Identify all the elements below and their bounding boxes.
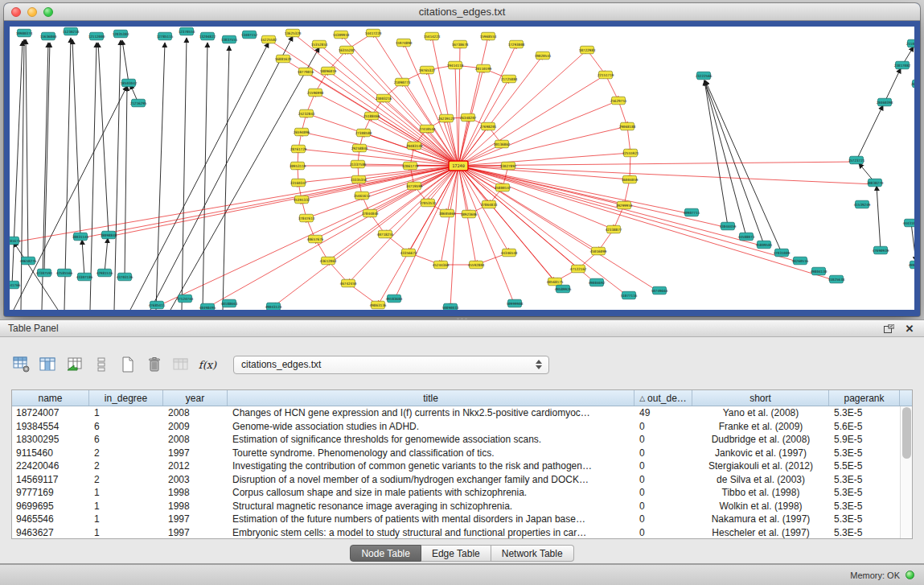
- row-height-icon[interactable]: [91, 353, 112, 376]
- cell-out-degree[interactable]: 0: [634, 513, 692, 525]
- cell-title[interactable]: Embryonic stem cells: a model to study s…: [228, 527, 634, 538]
- column-header-pagerank[interactable]: pagerank: [829, 390, 900, 406]
- cell-in-degree[interactable]: 2: [89, 447, 163, 459]
- cell-name[interactable]: 9463627: [12, 527, 89, 538]
- float-panel-icon[interactable]: [882, 323, 895, 334]
- cell-in-degree[interactable]: 2: [89, 460, 163, 472]
- cell-in-degree[interactable]: 1: [89, 501, 163, 512]
- column-header-name[interactable]: name: [12, 390, 89, 406]
- cell-pagerank[interactable]: 5.3E-5: [829, 513, 900, 525]
- cell-pagerank[interactable]: 5.3E-5: [829, 447, 900, 459]
- cell-year[interactable]: 1998: [163, 487, 228, 498]
- cell-out-degree[interactable]: 0: [634, 527, 692, 538]
- column-header-year[interactable]: year: [163, 390, 228, 406]
- close-panel-icon[interactable]: ✕: [903, 323, 916, 334]
- column-header-out-degree[interactable]: △out_de…: [634, 390, 692, 406]
- tab-node-table[interactable]: Node Table: [350, 545, 421, 562]
- cell-year[interactable]: 2008: [163, 407, 228, 418]
- cell-pagerank[interactable]: 5.3E-5: [829, 527, 900, 538]
- cell-name[interactable]: 19384554: [12, 421, 89, 432]
- cell-year[interactable]: 2003: [163, 474, 228, 485]
- cell-out-degree[interactable]: 0: [634, 474, 692, 485]
- table-row[interactable]: 977716911998Corpus callosum shape and si…: [12, 486, 900, 500]
- cell-name[interactable]: 9699695: [12, 501, 89, 512]
- cell-year[interactable]: 1997: [163, 447, 228, 459]
- table-row[interactable]: 946554611997Estimation of the future num…: [12, 513, 900, 526]
- cell-short[interactable]: Jankovic et al. (1997): [692, 447, 829, 459]
- cell-out-degree[interactable]: 49: [634, 407, 692, 418]
- scrollbar-thumb[interactable]: [902, 407, 911, 459]
- cell-year[interactable]: 2012: [163, 460, 228, 472]
- cell-title[interactable]: Estimation of significance thresholds fo…: [228, 434, 634, 445]
- cell-out-degree[interactable]: 0: [634, 501, 692, 512]
- network-canvas[interactable]: 3302789735800147378648333892360638605064…: [10, 27, 914, 310]
- cell-short[interactable]: Franke et al. (2009): [692, 421, 829, 432]
- cell-name[interactable]: 18300295: [12, 434, 89, 445]
- cell-in-degree[interactable]: 1: [89, 527, 163, 538]
- table-row[interactable]: 1456911722003Disruption of a novel membe…: [12, 473, 900, 487]
- cell-short[interactable]: Nakamura et al. (1997): [692, 513, 829, 525]
- cell-in-degree[interactable]: 6: [89, 434, 163, 445]
- table-row[interactable]: 1830029562008Estimation of significance …: [12, 433, 900, 447]
- cell-out-degree[interactable]: 0: [634, 434, 692, 445]
- cell-short[interactable]: de Silva et al. (2003): [692, 474, 829, 485]
- cell-pagerank[interactable]: 5.3E-5: [829, 487, 900, 498]
- cell-title[interactable]: Tourette syndrome. Phenomenology and cla…: [228, 447, 634, 459]
- import-table-icon[interactable]: [64, 353, 85, 376]
- table-row[interactable]: 911546021997Tourette syndrome. Phenomeno…: [12, 447, 900, 460]
- cell-year[interactable]: 1997: [163, 527, 228, 538]
- tab-edge-table[interactable]: Edge Table: [421, 545, 491, 562]
- function-builder-icon[interactable]: f(x): [197, 353, 218, 376]
- cell-pagerank[interactable]: 5.9E-5: [829, 434, 900, 445]
- cell-short[interactable]: Hescheler et al. (1997): [692, 527, 829, 538]
- cell-pagerank[interactable]: 5.3E-5: [829, 474, 900, 485]
- cell-in-degree[interactable]: 6: [89, 421, 163, 432]
- cell-title[interactable]: Disruption of a novel member of a sodium…: [228, 474, 634, 485]
- window-titlebar[interactable]: citations_edges.txt: [4, 3, 920, 21]
- cell-in-degree[interactable]: 1: [89, 513, 163, 525]
- cell-short[interactable]: Yano et al. (2008): [692, 407, 829, 418]
- table-vertical-scrollbar[interactable]: [900, 406, 912, 538]
- cell-year[interactable]: 1997: [163, 513, 228, 525]
- cell-pagerank[interactable]: 5.3E-5: [829, 407, 900, 418]
- table-row[interactable]: 946362711997Embryonic stem cells: a mode…: [12, 526, 900, 539]
- cell-short[interactable]: Tibbo et al. (1998): [692, 487, 829, 498]
- cell-short[interactable]: Dudbridge et al. (2008): [692, 434, 829, 445]
- cell-year[interactable]: 1998: [163, 501, 228, 512]
- cell-short[interactable]: Stergiakouli et al. (2012): [692, 460, 829, 472]
- new-column-icon[interactable]: [117, 353, 138, 376]
- cell-out-degree[interactable]: 0: [634, 421, 692, 432]
- table-row[interactable]: 969969511998Structural magnetic resonanc…: [12, 500, 900, 513]
- show-columns-icon[interactable]: [38, 353, 59, 376]
- cell-title[interactable]: Changes of HCN gene expression and I(f) …: [228, 407, 634, 418]
- tab-network-table[interactable]: Network Table: [491, 545, 574, 562]
- cell-title[interactable]: Corpus callosum shape and size in male p…: [228, 487, 634, 498]
- cell-in-degree[interactable]: 1: [89, 487, 163, 498]
- cell-pagerank[interactable]: 5.6E-5: [829, 421, 900, 432]
- table-row[interactable]: 1938455462009Genome-wide association stu…: [12, 420, 900, 434]
- cell-title[interactable]: Estimation of the future numbers of pati…: [228, 513, 634, 525]
- cell-out-degree[interactable]: 0: [634, 487, 692, 498]
- table-mode-icon[interactable]: [11, 353, 32, 376]
- cell-title[interactable]: Genome-wide association studies in ADHD.: [228, 421, 634, 432]
- cell-year[interactable]: 2008: [163, 434, 228, 445]
- cell-pagerank[interactable]: 5.5E-5: [829, 460, 900, 472]
- cell-title[interactable]: Investigating the contribution of common…: [228, 460, 634, 472]
- cell-name[interactable]: 9465546: [12, 513, 89, 525]
- column-header-in-degree[interactable]: in_degree: [89, 390, 163, 406]
- column-header-title[interactable]: title: [228, 390, 634, 406]
- cell-year[interactable]: 2009: [163, 421, 228, 432]
- cell-out-degree[interactable]: 0: [634, 460, 692, 472]
- cell-name[interactable]: 9115460: [12, 447, 89, 459]
- network-table-select[interactable]: citations_edges.txt: [233, 356, 549, 374]
- cell-out-degree[interactable]: 0: [634, 447, 692, 459]
- cell-name[interactable]: 22420046: [12, 460, 89, 472]
- cell-in-degree[interactable]: 2: [89, 474, 163, 485]
- delete-column-icon[interactable]: [144, 353, 165, 376]
- cell-name[interactable]: 14569117: [12, 474, 89, 485]
- cell-in-degree[interactable]: 1: [89, 407, 163, 418]
- cell-name[interactable]: 18724007: [12, 407, 89, 418]
- cell-name[interactable]: 9777169: [12, 487, 89, 498]
- memory-status-indicator[interactable]: [906, 571, 914, 579]
- cell-title[interactable]: Structural magnetic resonance image aver…: [228, 501, 634, 512]
